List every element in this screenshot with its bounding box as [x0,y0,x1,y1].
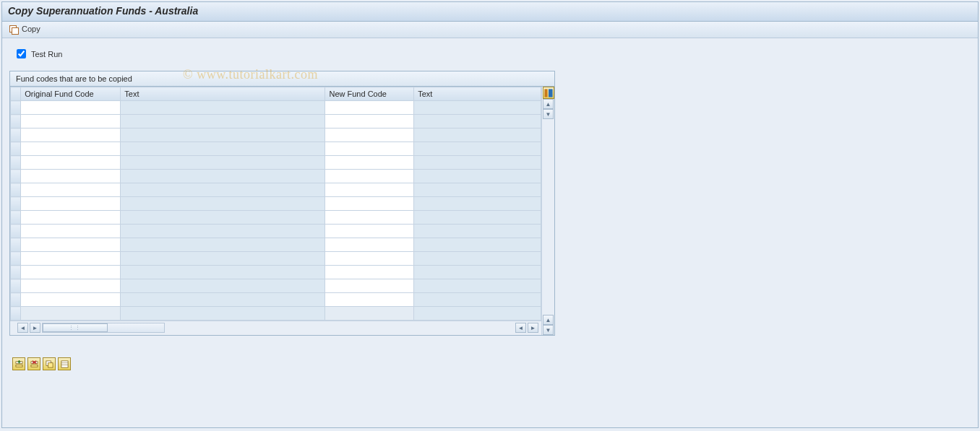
hscroll-right-icon[interactable]: ► [30,323,40,333]
fund-codes-group: Fund codes that are to be copied Origina… [9,71,555,336]
original-fund-code-field[interactable] [21,225,120,238]
col-original-fund-code[interactable]: Original Fund Code [21,87,121,101]
original-fund-code-field[interactable] [21,142,120,155]
hscroll-left2-icon[interactable]: ◄ [515,323,526,333]
table-row [11,307,541,321]
hscroll-right2-icon[interactable]: ► [528,323,538,333]
text2-field [414,279,541,292]
row-selector[interactable] [11,252,21,266]
col-text1[interactable]: Text [121,87,325,101]
table-row [11,101,541,115]
text2-field [414,115,541,128]
row-selector[interactable] [11,225,21,238]
col-new-fund-code[interactable]: New Fund Code [325,87,414,101]
copy-row-button[interactable] [43,357,56,370]
new-fund-code-field[interactable] [325,293,413,306]
original-fund-code-field[interactable] [21,266,120,279]
text1-field [121,115,324,128]
original-fund-code-field[interactable] [21,252,120,265]
new-fund-code-field[interactable] [325,170,413,183]
row-selector[interactable] [11,129,21,142]
new-fund-code-field[interactable] [325,129,413,142]
new-fund-code-field[interactable] [325,252,413,265]
grid-table: Original Fund Code Text New Fund Code Te… [10,87,541,321]
new-fund-code-field[interactable] [325,101,413,114]
original-fund-code-field[interactable] [21,293,120,306]
new-fund-code-field[interactable] [325,307,413,320]
grid-body: Original Fund Code Text New Fund Code Te… [10,87,541,335]
copy-button-label: Copy [22,25,40,33]
vscroll-up-icon[interactable]: ▲ [543,99,554,109]
new-fund-code-field[interactable] [325,238,413,251]
row-selector[interactable] [11,156,21,170]
table-row [11,197,541,211]
horizontal-scrollbar[interactable]: ◄ ► ⋮⋮ ◄ ► [10,321,541,335]
table-row [11,170,541,183]
new-fund-code-field[interactable] [325,115,413,128]
row-selector[interactable] [11,183,21,197]
text2-field [414,307,541,320]
footer-toolbar [12,357,971,370]
vscroll-up2-icon[interactable]: ▲ [543,315,554,325]
table-settings-icon[interactable] [543,87,554,99]
original-fund-code-field[interactable] [21,129,120,142]
original-fund-code-field[interactable] [21,279,120,292]
row-selector[interactable] [11,279,21,293]
text1-field [121,238,324,251]
text1-field [121,307,324,320]
original-fund-code-field[interactable] [21,183,120,196]
row-selector[interactable] [11,170,21,183]
test-run-option[interactable]: Test Run [14,47,971,61]
new-fund-code-field[interactable] [325,156,413,169]
original-fund-code-field[interactable] [21,115,120,128]
svg-rect-7 [30,365,37,367]
test-run-checkbox[interactable] [17,49,26,58]
hscroll-track[interactable]: ⋮⋮ [42,323,165,333]
new-fund-code-field[interactable] [325,197,413,210]
original-fund-code-field[interactable] [21,156,120,169]
vscroll-down2-icon[interactable]: ▼ [543,325,554,335]
insert-row-icon [15,360,23,368]
text2-field [414,183,541,196]
new-fund-code-field[interactable] [325,225,413,238]
row-selector[interactable] [11,211,21,225]
new-fund-code-field[interactable] [325,279,413,292]
hscroll-thumb[interactable]: ⋮⋮ [43,323,108,332]
original-fund-code-field[interactable] [21,238,120,251]
select-all-header[interactable] [11,87,21,101]
new-fund-code-field[interactable] [325,211,413,224]
text1-field [121,225,324,238]
delete-row-icon [30,360,38,368]
row-selector[interactable] [11,307,21,321]
vscroll-down-icon[interactable]: ▼ [543,109,554,119]
new-fund-code-field[interactable] [325,266,413,279]
text2-field [414,225,541,238]
original-fund-code-field[interactable] [21,197,120,210]
original-fund-code-field[interactable] [21,307,120,320]
text1-field [121,197,324,210]
row-selector[interactable] [11,238,21,252]
text2-field [414,156,541,169]
select-all-button[interactable] [58,357,71,370]
hscroll-left-icon[interactable]: ◄ [17,323,28,333]
delete-row-button[interactable] [27,357,40,370]
grid: Original Fund Code Text New Fund Code Te… [10,86,554,335]
group-title: Fund codes that are to be copied [10,71,554,86]
row-selector[interactable] [11,266,21,279]
new-fund-code-field[interactable] [325,142,413,155]
new-fund-code-field[interactable] [325,183,413,196]
insert-row-button[interactable] [12,357,25,370]
copy-button[interactable]: Copy [8,24,45,34]
row-selector[interactable] [11,197,21,211]
row-selector[interactable] [11,115,21,129]
vertical-scrollbar[interactable]: ▲ ▼ ▲ ▼ [541,87,554,335]
original-fund-code-field[interactable] [21,170,120,183]
row-selector[interactable] [11,142,21,156]
original-fund-code-field[interactable] [21,101,120,114]
row-selector[interactable] [11,101,21,115]
text2-field [414,197,541,210]
text2-field [414,211,541,224]
row-selector[interactable] [11,293,21,307]
col-text2[interactable]: Text [414,87,541,101]
original-fund-code-field[interactable] [21,211,120,224]
